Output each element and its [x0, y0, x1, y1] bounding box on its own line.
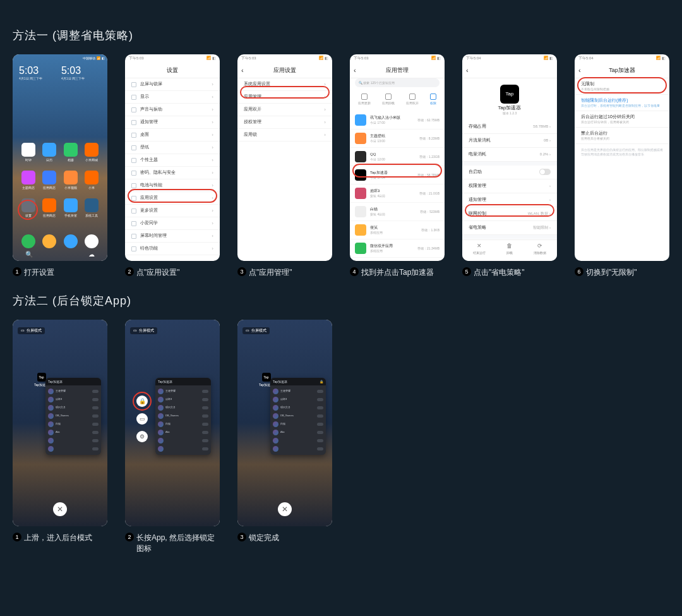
split-screen-tag[interactable]: ▭分屏模式: [18, 327, 45, 334]
item-desktop[interactable]: 桌面›: [125, 129, 220, 142]
recent-card[interactable]: Tap加速器 王者荣耀 崩坏3 明日方舟 DB_Games 白猫 Abc: [45, 378, 101, 455]
step3-caption: 3点"应用管理": [237, 267, 332, 278]
step4-caption: 4找到并点击Tap加速器: [350, 267, 445, 278]
dock-camera[interactable]: [85, 234, 99, 248]
phone-recents-1: ▭分屏模式 TapTap加速器 Tap加速器 王者荣耀 崩坏3 明日方舟 DB_…: [13, 320, 107, 526]
split-screen-tag[interactable]: ▭分屏模式: [130, 327, 157, 334]
app-row[interactable]: 崩坏3安装 4日前存储：21.0GB: [350, 184, 445, 203]
tab-perm[interactable]: 权限: [430, 94, 436, 105]
badge-4: 4: [350, 267, 359, 276]
step2-col: 下午5:03📶 ◧ 设置 息屏与锁屏› 显示› 声音与振动› 通知管理› 桌面›…: [125, 54, 220, 278]
back-icon[interactable]: ‹: [466, 66, 469, 75]
row-permissions[interactable]: 权限管理›: [462, 179, 557, 193]
recent-card[interactable]: Tap加速器 王者荣耀 崩坏3 明日方舟 DB_Games 白猫 Abc: [155, 378, 211, 455]
app-manager-tabs: 应用更新 应用卸载 应用双开 权限: [350, 90, 445, 111]
app-mi[interactable]: 小米: [84, 171, 100, 190]
app-manager-header: ‹应用管理: [350, 63, 445, 78]
item-aod[interactable]: 息屏与锁屏›: [125, 78, 220, 91]
opt-no-limit[interactable]: 无限制不采取任何限制措施: [575, 78, 669, 95]
split-screen-tag[interactable]: ▭分屏模式: [242, 327, 270, 334]
row-autostart[interactable]: 自启动: [462, 166, 557, 179]
phone-recents-2: ▭分屏模式 Tap加速器 王者荣耀 崩坏3 明日方舟 DB_Games 白猫 A…: [125, 320, 220, 526]
app-row[interactable]: 主题壁纸今日 13:00存储：8.23MB: [350, 130, 445, 148]
app-gallery[interactable]: 相册: [63, 143, 79, 162]
opt-10min[interactable]: 后台运行超过10分钟后关闭后台运行10分钟后，应用将被关闭: [575, 111, 669, 128]
item-xiaoai[interactable]: 小爱同学›: [125, 217, 220, 230]
split-button[interactable]: ▭: [136, 413, 148, 425]
item-system-apps[interactable]: 系统应用设置›: [237, 78, 332, 91]
item-applock[interactable]: 应用锁›: [237, 129, 332, 142]
app-security[interactable]: 手机管家: [63, 198, 79, 217]
opt-smart[interactable]: 智能限制后台运行(推荐)后台运行时，系统将智能判断是否限制应用，以节省电量: [575, 95, 669, 111]
app-settings[interactable]: 设置: [20, 198, 37, 217]
app-store3[interactable]: 应用商店: [42, 198, 58, 217]
item-notif[interactable]: 通知管理›: [125, 116, 220, 129]
app-row[interactable]: QQ今日 12:00存储：1.23GB: [350, 148, 445, 166]
app-tools[interactable]: 系统工具: [84, 198, 100, 217]
trash-icon: 🗑: [506, 243, 512, 250]
close-all-button[interactable]: ✕: [53, 502, 67, 516]
dock-browser[interactable]: [64, 234, 78, 248]
app-mistore[interactable]: 小米商城: [84, 143, 100, 162]
item-features[interactable]: 特色功能›: [125, 243, 220, 255]
row-battery-usage[interactable]: 电量消耗0.2% ›: [462, 148, 557, 162]
app-row[interactable]: 便笺系统应用存储：1.3KB: [350, 221, 445, 239]
item-app-manage[interactable]: 应用管理›: [237, 91, 332, 104]
close-all-button[interactable]: ✕: [278, 502, 292, 516]
mi-cloud-icon[interactable]: ☁: [88, 251, 95, 258]
item-battery[interactable]: 电池与性能›: [125, 179, 220, 192]
app-calendar[interactable]: 日历: [42, 143, 58, 162]
dock-notes[interactable]: [42, 234, 56, 248]
row-battery-saver[interactable]: 省电策略智能限制 ›: [462, 221, 557, 235]
lock-button[interactable]: 🔒: [136, 396, 148, 407]
app-row[interactable]: 微信双开应用系统应用存储：21.34MB: [350, 239, 445, 258]
row-notif-mgmt[interactable]: 通知管理›: [462, 193, 557, 207]
item-theme[interactable]: 个性主题›: [125, 154, 220, 167]
app-row[interactable]: 白猫安装 4日前存储：523MB: [350, 203, 445, 221]
row-network[interactable]: 联网控制WLAN, 数据 ›: [462, 207, 557, 221]
back-icon[interactable]: ‹: [354, 66, 356, 75]
badge-2: 2: [125, 267, 134, 276]
long-press-actions: 🔒 ▭ ⚙: [136, 396, 148, 442]
app-store2[interactable]: 应用商店: [42, 171, 58, 190]
item-app-settings[interactable]: 应用设置›: [125, 192, 220, 205]
app-row[interactable]: 讯飞输入法小米版今日 17:00存储：62.75MB: [350, 111, 445, 130]
uninstall-button[interactable]: 🗑卸载: [506, 243, 513, 261]
app-version: 版本 1.2.3: [462, 111, 557, 115]
item-privacy[interactable]: 密码、隐私与安全›: [125, 167, 220, 179]
recent-card[interactable]: Tap加速器🔒 王者荣耀 崩坏3 明日方舟 DB_Games 白猫 Abc: [270, 378, 326, 455]
app-video[interactable]: 小米视频: [63, 171, 79, 190]
item-dual-apps[interactable]: 应用双开›: [237, 104, 332, 116]
item-wallpaper[interactable]: 壁纸›: [125, 142, 220, 154]
back-icon[interactable]: ‹: [578, 66, 581, 75]
item-sound[interactable]: 声音与振动›: [125, 104, 220, 116]
app-row-tap[interactable]: Tap加速器今日 17:04存储：58.78MB: [350, 166, 445, 184]
badge-6: 6: [575, 267, 583, 276]
opt-forbid[interactable]: 禁止后台运行应用在后台将被关闭: [575, 128, 669, 144]
item-permissions[interactable]: 授权管理›: [237, 116, 332, 129]
search-icon[interactable]: 🔍: [25, 251, 33, 258]
row-storage[interactable]: 存储占用58.78MB ›: [462, 120, 557, 134]
search-input[interactable]: 🔍 搜索 125个已安装应用: [355, 78, 440, 87]
app-icon: Tap: [500, 85, 519, 104]
app-row[interactable]: 传送门骑士: [350, 258, 445, 261]
tab-apps[interactable]: 应用更新: [358, 94, 371, 105]
dock-phone[interactable]: [21, 234, 35, 248]
back-icon[interactable]: ‹: [241, 66, 244, 75]
settings-button[interactable]: ⚙: [136, 431, 148, 442]
homescreen: 中国移动📶◧ 5:034月1日 周三下午 5:034月1日 周三下午 时钟 日历…: [13, 54, 107, 261]
force-stop-button[interactable]: ✕结束运行: [473, 243, 486, 261]
row-data-usage[interactable]: 月流量消耗0B ›: [462, 134, 557, 148]
phone-app-settings: 下午5:03📶 ◧ ‹应用设置 系统应用设置› 应用管理› 应用双开› 授权管理…: [237, 54, 332, 261]
clear-data-button[interactable]: ⟳清除数据: [534, 243, 546, 261]
tab-uninstall[interactable]: 应用卸载: [382, 94, 395, 105]
item-screen-time[interactable]: 屏幕时间管理›: [125, 230, 220, 243]
m2-step3-col: ▭分屏模式 TapTap加速器 Tap加速器🔒 王者荣耀 崩坏3 明日方舟 DB…: [237, 320, 332, 554]
item-display[interactable]: 显示›: [125, 91, 220, 104]
item-more[interactable]: 更多设置›: [125, 205, 220, 217]
app-clock[interactable]: 时钟: [20, 143, 37, 162]
app-themes[interactable]: 主题商店: [20, 171, 37, 190]
badge-m2-2: 2: [125, 533, 134, 541]
tab-dual[interactable]: 应用双开: [406, 94, 419, 105]
step5-caption: 5点击"省电策略": [462, 267, 557, 278]
